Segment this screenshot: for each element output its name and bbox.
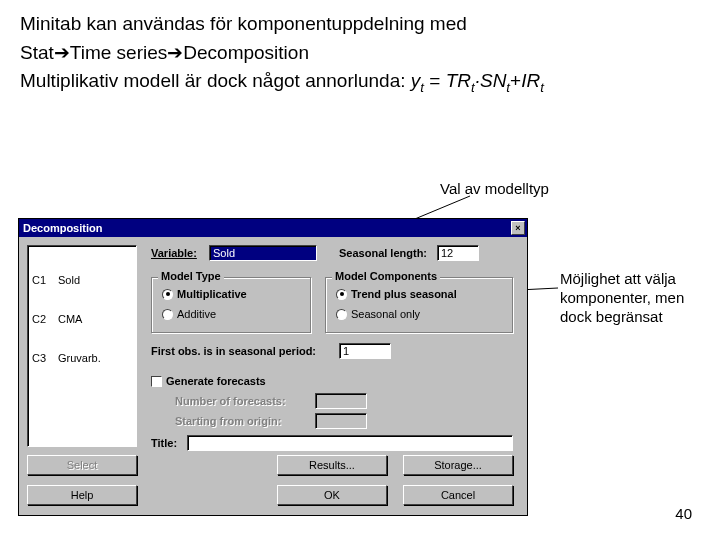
nav-part-timeseries: Time series bbox=[70, 42, 167, 63]
decomposition-dialog: Decomposition × C1Sold C2CMA C3Gruvarb. … bbox=[18, 218, 528, 516]
help-button[interactable]: Help bbox=[27, 485, 137, 505]
arrow-icon: ➔ bbox=[54, 42, 70, 63]
formula-plus: + bbox=[510, 70, 521, 91]
annotation-components: Möjlighet att välja komponenter, men doc… bbox=[560, 270, 700, 326]
formula-ir: IR bbox=[521, 70, 540, 91]
annotation-modeltype: Val av modelltyp bbox=[440, 180, 549, 199]
checkbox-label: Generate forecasts bbox=[166, 375, 266, 387]
radio-trend-seasonal[interactable]: Trend plus seasonal bbox=[336, 288, 457, 300]
ok-button[interactable]: OK bbox=[277, 485, 387, 505]
cancel-button[interactable]: Cancel bbox=[403, 485, 513, 505]
formula-prefix: Multiplikativ modell är dock något annor… bbox=[20, 70, 411, 91]
first-obs-label: First obs. is in seasonal period: bbox=[151, 345, 316, 357]
page-number: 40 bbox=[675, 505, 692, 522]
formula-y: y bbox=[411, 70, 421, 91]
title-input[interactable] bbox=[187, 435, 513, 451]
storage-button[interactable]: Storage... bbox=[403, 455, 513, 475]
nav-part-stat: Stat bbox=[20, 42, 54, 63]
radio-icon bbox=[336, 309, 347, 320]
list-item[interactable]: C3Gruvarb. bbox=[32, 352, 132, 365]
close-button[interactable]: × bbox=[511, 221, 525, 235]
radio-icon bbox=[162, 289, 173, 300]
model-type-group: Model Type Multiplicative Additive bbox=[151, 277, 311, 333]
list-col-id: C2 bbox=[32, 313, 58, 326]
starting-origin-label: Starting from origin: bbox=[175, 415, 281, 427]
radio-label: Trend plus seasonal bbox=[351, 288, 457, 300]
radio-icon bbox=[162, 309, 173, 320]
arrow-icon: ➔ bbox=[167, 42, 183, 63]
variable-label-text: Variable: bbox=[151, 247, 197, 259]
close-icon: × bbox=[515, 223, 520, 233]
formula-sub: t bbox=[540, 80, 544, 95]
formula-eq: = bbox=[424, 70, 446, 91]
radio-seasonal-only[interactable]: Seasonal only bbox=[336, 308, 420, 320]
seasonal-length-label: Seasonal length: bbox=[339, 247, 427, 259]
slide-line-1: Minitab kan användas för komponentuppdel… bbox=[20, 10, 700, 39]
radio-label: Multiplicative bbox=[177, 288, 247, 300]
list-col-id: C3 bbox=[32, 352, 58, 365]
formula-sn: SN bbox=[480, 70, 506, 91]
variable-label: Variable: bbox=[151, 247, 197, 259]
list-item[interactable]: C1Sold bbox=[32, 274, 132, 287]
list-col-name: CMA bbox=[58, 313, 82, 326]
select-button[interactable]: Select bbox=[27, 455, 137, 475]
model-components-group: Model Components Trend plus seasonal Sea… bbox=[325, 277, 513, 333]
num-forecasts-input bbox=[315, 393, 367, 409]
slide-line-3: Multiplikativ modell är dock något annor… bbox=[20, 67, 700, 98]
num-forecasts-label: Number of forecasts: bbox=[175, 395, 286, 407]
radio-multiplicative[interactable]: Multiplicative bbox=[162, 288, 247, 300]
dialog-titlebar[interactable]: Decomposition × bbox=[19, 219, 527, 237]
radio-label: Additive bbox=[177, 308, 216, 320]
starting-origin-input bbox=[315, 413, 367, 429]
radio-label: Seasonal only bbox=[351, 308, 420, 320]
model-type-legend: Model Type bbox=[158, 270, 224, 282]
first-obs-input[interactable]: 1 bbox=[339, 343, 391, 359]
variable-input[interactable]: Sold bbox=[209, 245, 317, 261]
title-label: Title: bbox=[151, 437, 177, 449]
seasonal-length-input[interactable]: 12 bbox=[437, 245, 479, 261]
variable-listbox[interactable]: C1Sold C2CMA C3Gruvarb. bbox=[27, 245, 137, 447]
slide-line-2: Stat➔Time series➔Decomposition bbox=[20, 39, 700, 68]
radio-icon bbox=[336, 289, 347, 300]
list-item[interactable]: C2CMA bbox=[32, 313, 132, 326]
results-button[interactable]: Results... bbox=[277, 455, 387, 475]
list-col-name: Gruvarb. bbox=[58, 352, 101, 365]
list-col-name: Sold bbox=[58, 274, 80, 287]
generate-forecasts-checkbox[interactable]: Generate forecasts bbox=[151, 375, 266, 387]
nav-part-decomposition: Decomposition bbox=[183, 42, 309, 63]
model-components-legend: Model Components bbox=[332, 270, 440, 282]
dialog-title: Decomposition bbox=[23, 222, 102, 234]
formula-tr: TR bbox=[446, 70, 471, 91]
checkbox-icon bbox=[151, 376, 162, 387]
list-col-id: C1 bbox=[32, 274, 58, 287]
radio-additive[interactable]: Additive bbox=[162, 308, 216, 320]
